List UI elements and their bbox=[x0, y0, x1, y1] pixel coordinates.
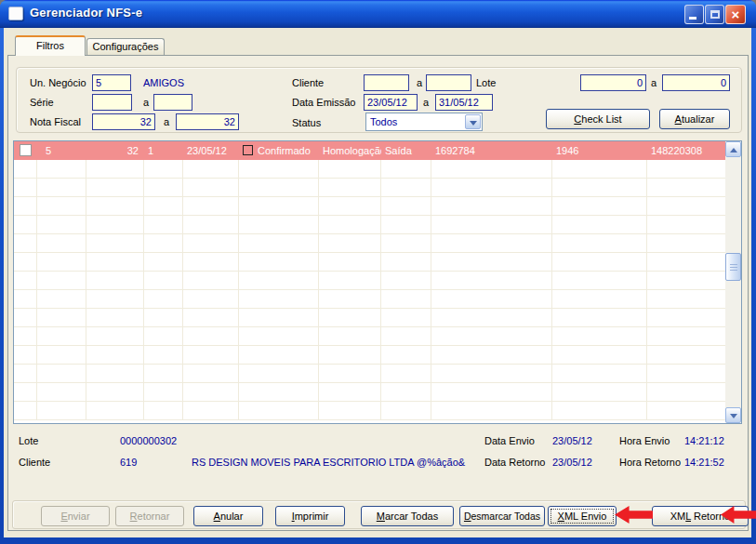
scrollbar-thumb[interactable] bbox=[725, 253, 741, 281]
vertical-scrollbar[interactable] bbox=[725, 141, 741, 423]
cliente-label: Cliente bbox=[292, 76, 324, 89]
un-negocio-field[interactable]: 5 bbox=[92, 74, 131, 91]
data-envio-value: 23/05/12 bbox=[552, 434, 592, 447]
detail-cliente-label: Cliente bbox=[19, 456, 50, 469]
atualizar-button[interactable]: Atualizar bbox=[659, 109, 730, 129]
table-row-empty bbox=[14, 365, 725, 383]
cell-protocolo: 1692784 bbox=[431, 141, 552, 160]
data-emissao-label: Data Emissão bbox=[292, 96, 355, 109]
range-separator: a bbox=[417, 76, 422, 89]
serie-label: Série bbox=[30, 96, 54, 109]
table-row-empty bbox=[14, 383, 725, 402]
range-separator: a bbox=[143, 96, 149, 109]
nota-fiscal-from-field[interactable]: 32 bbox=[92, 113, 155, 130]
hora-envio-label: Hora Envio bbox=[619, 434, 670, 447]
status-box-icon bbox=[243, 145, 253, 155]
table-row-empty bbox=[14, 309, 725, 327]
table-row-empty bbox=[14, 346, 725, 365]
table-row-empty bbox=[14, 160, 725, 179]
retornar-button[interactable]: Retornar bbox=[115, 506, 184, 526]
table-row-empty bbox=[14, 234, 725, 253]
arrow-up-icon bbox=[730, 148, 737, 153]
data-retorno-value: 23/05/12 bbox=[552, 456, 592, 469]
app-icon bbox=[8, 7, 23, 20]
close-icon: × bbox=[726, 6, 745, 23]
cell-cd-verificacao: 148220308 bbox=[647, 141, 725, 160]
table-row-empty bbox=[14, 179, 725, 197]
cliente-to-field[interactable] bbox=[426, 74, 471, 91]
cell-serie: 1 bbox=[144, 141, 183, 160]
table-row-empty bbox=[14, 272, 725, 290]
un-negocio-name: AMIGOS bbox=[143, 76, 184, 89]
cell-numero-nfse: 1946 bbox=[552, 141, 647, 160]
enviar-button[interactable]: Enviar bbox=[41, 506, 110, 526]
nota-fiscal-to-field[interactable]: 32 bbox=[176, 113, 239, 130]
serie-to-field[interactable] bbox=[153, 94, 192, 111]
window-title: Gerenciador NFS-e bbox=[30, 6, 142, 20]
nota-fiscal-label: Nota Fiscal bbox=[30, 115, 81, 128]
data-emissao-to-field[interactable]: 31/05/12 bbox=[435, 94, 493, 111]
arrow-down-icon bbox=[730, 414, 737, 418]
data-retorno-label: Data Retorno bbox=[484, 456, 545, 469]
status-select[interactable]: Todos bbox=[365, 113, 483, 131]
table-row-empty bbox=[14, 290, 725, 309]
table-row-empty bbox=[14, 402, 725, 420]
maximize-icon bbox=[710, 10, 720, 19]
xml-envio-button[interactable]: XML Envio bbox=[548, 506, 617, 526]
lote-label: Lote bbox=[476, 76, 496, 89]
hora-retorno-label: Hora Retorno bbox=[619, 456, 681, 469]
cell-especie: Saída bbox=[381, 141, 431, 160]
un-negocio-label: Un. Negócio bbox=[30, 76, 86, 89]
anular-button[interactable]: Anular bbox=[193, 506, 263, 526]
status-selected-value: Todos bbox=[370, 116, 397, 127]
desmarcar-todas-button[interactable]: Desmarcar Todas bbox=[459, 506, 545, 526]
tab-page-filtros: Un. Negócio 5 AMIGOS Série a Nota Fiscal… bbox=[7, 55, 749, 531]
close-button[interactable]: × bbox=[725, 5, 746, 24]
cell-un-neg: 5 bbox=[37, 141, 86, 160]
hora-retorno-value: 14:21:52 bbox=[684, 456, 724, 469]
marcar-todas-button[interactable]: Marcar Todas bbox=[361, 506, 454, 526]
minimize-button[interactable] bbox=[684, 5, 704, 24]
tab-filtros[interactable]: Filtros bbox=[15, 35, 86, 56]
detail-cliente-name: RS DESIGN MOVEIS PARA ESCRITORIO LTDA @%… bbox=[192, 456, 465, 469]
table-row-empty bbox=[14, 216, 725, 234]
cell-nota-fiscal: 32 bbox=[86, 141, 144, 160]
cell-status: Confirmado bbox=[239, 141, 319, 160]
cell-emissao: 23/05/12 bbox=[183, 141, 239, 160]
minimize-icon bbox=[689, 17, 696, 20]
chevron-down-icon bbox=[470, 121, 477, 126]
data-envio-label: Data Envio bbox=[484, 434, 535, 447]
check-list-button[interactable]: Check List bbox=[546, 109, 650, 129]
table-row-empty bbox=[14, 253, 725, 272]
status-label: Status bbox=[292, 116, 321, 129]
scroll-up-button[interactable] bbox=[725, 141, 741, 157]
nfse-table: Un. Neg. Nota Fiscal Série Emissão Statu… bbox=[13, 140, 742, 424]
data-emissao-from-field[interactable]: 23/05/12 bbox=[364, 94, 418, 111]
title-bar: Gerenciador NFS-e × bbox=[0, 0, 756, 28]
window-body: Filtros Configurações Un. Negócio 5 AMIG… bbox=[4, 28, 751, 537]
maximize-button[interactable] bbox=[705, 5, 724, 24]
scroll-down-button[interactable] bbox=[725, 407, 741, 423]
table-empty-rows bbox=[14, 160, 741, 420]
table-row[interactable]: 5 32 1 23/05/12 Confirmado Homologação S… bbox=[14, 141, 725, 160]
detail-lote-value: 0000000302 bbox=[120, 434, 177, 447]
cliente-from-field[interactable] bbox=[364, 74, 409, 91]
lote-from-field[interactable]: 0 bbox=[580, 74, 646, 91]
filters-groupbox: Un. Negócio 5 AMIGOS Série a Nota Fiscal… bbox=[16, 67, 742, 133]
imprimir-button[interactable]: Imprimir bbox=[275, 506, 345, 526]
serie-from-field[interactable] bbox=[92, 94, 132, 111]
range-separator: a bbox=[423, 96, 429, 109]
table-row-empty bbox=[14, 327, 725, 346]
lote-to-field[interactable]: 0 bbox=[662, 74, 730, 91]
range-separator: a bbox=[651, 76, 657, 89]
detail-lote-label: Lote bbox=[19, 434, 38, 447]
detail-cliente-code: 619 bbox=[120, 456, 137, 469]
tab-configuracoes[interactable]: Configurações bbox=[86, 38, 165, 56]
cell-ambiente: Homologação bbox=[319, 141, 381, 160]
cell-status-text: Confirmado bbox=[258, 145, 311, 156]
thumb-grip-icon bbox=[730, 264, 737, 271]
app-window: Gerenciador NFS-e × Filtros Configuraçõe… bbox=[0, 0, 756, 544]
hora-envio-value: 14:21:12 bbox=[684, 434, 724, 447]
range-separator: a bbox=[164, 115, 169, 128]
status-dropdown-button[interactable] bbox=[465, 114, 481, 129]
